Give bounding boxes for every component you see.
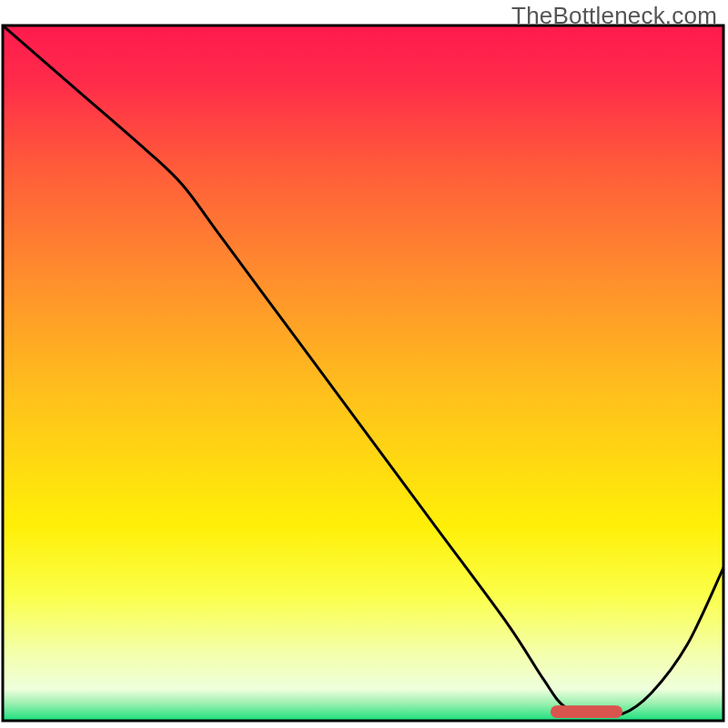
optimal-zone-marker <box>551 705 622 718</box>
watermark-text: TheBottleneck.com <box>511 2 717 30</box>
chart-container: TheBottleneck.com <box>0 0 728 728</box>
gradient-background <box>3 25 723 721</box>
bottleneck-chart <box>0 0 728 728</box>
